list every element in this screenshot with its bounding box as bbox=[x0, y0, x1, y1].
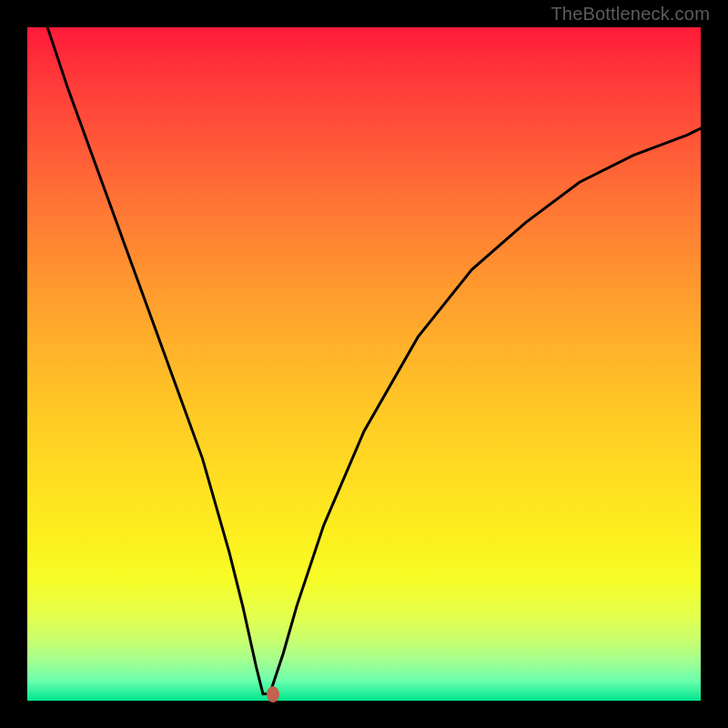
plot-area bbox=[27, 27, 701, 701]
curve-svg bbox=[27, 27, 701, 701]
vertex-marker bbox=[267, 686, 279, 703]
watermark-text: TheBottleneck.com bbox=[551, 4, 710, 25]
curve-path bbox=[47, 27, 701, 694]
chart-frame: TheBottleneck.com bbox=[0, 0, 728, 728]
